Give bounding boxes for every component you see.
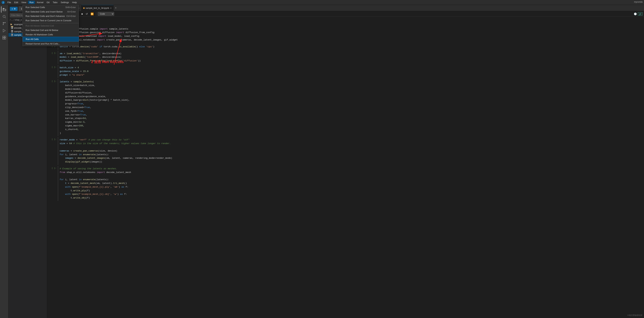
fast-forward-btn[interactable]: ⏩ <box>90 12 95 16</box>
menu-help[interactable]: Help <box>71 1 78 4</box>
extensions-icon[interactable] <box>1 34 8 41</box>
search-icon[interactable] <box>1 13 8 20</box>
cell-7: [ ]: # Example of saving the latents as … <box>47 166 644 201</box>
cell-type-select[interactable]: Code Markdown Raw <box>98 12 114 16</box>
svg-rect-8 <box>2 36 4 38</box>
debug-icon[interactable] <box>1 28 8 34</box>
run-dont-advance-shortcut: Ctrl+Enter <box>66 15 76 18</box>
menu-run-in-console[interactable]: Run Selected Text or Current Line in Con… <box>23 18 79 23</box>
menu-run-all-cells[interactable]: Run All Cells <box>23 37 79 42</box>
run-cell-below-label: Run Selected Cell and All Below <box>26 29 58 32</box>
cell-6-gutter: [ ]: <box>47 137 58 165</box>
cell-6-content[interactable]: render_mode = 'nerf' # you can change th… <box>58 137 644 165</box>
notebook-toolbar: 💾 + ✂ ⧉ ⬓ ▶ ■ ↺ ⏩ Code Markdown Raw 🕐 gi… <box>47 11 644 17</box>
cell-7-id: [ ]: <box>52 167 56 169</box>
cell-7-content[interactable]: # Example of saving the latents as meshe… <box>58 166 644 201</box>
run-dropdown-menu: Run Selected Cells Shift+Enter Run Selec… <box>22 5 79 46</box>
cells-container[interactable]: [1]: import torch from shap_e.diffusion.… <box>47 17 644 318</box>
menu-run-above: Run All Above Selected Cell <box>23 24 79 28</box>
menu-file[interactable]: File <box>6 1 12 4</box>
menu-separator-1 <box>23 23 79 23</box>
svg-point-14 <box>21 9 22 10</box>
cell-7-gutter: [ ]: <box>47 166 58 201</box>
svg-text:J: J <box>3 2 4 4</box>
menu-edit[interactable]: Edit <box>13 1 20 4</box>
git-badge[interactable]: git <box>638 12 642 16</box>
menu-run-insert-below[interactable]: Run Selected Cells and Insert Below Alt+… <box>23 10 79 14</box>
cell-5: [ ]: latents = sample_latents( batch_siz… <box>47 79 644 136</box>
activity-bar <box>0 5 8 318</box>
menu-view[interactable]: View <box>20 1 28 4</box>
cell-6-id: [ ]: <box>52 138 56 140</box>
notebook-icon: 📓 <box>10 26 13 29</box>
tab-notebook[interactable]: sample_text_to_3d.ipynb × <box>82 5 114 11</box>
watermark: ※桂主营金技社区 <box>627 314 642 316</box>
cell-5-code: latents = sample_latents( batch_size=bat… <box>58 79 644 136</box>
notebook-area: 1 点击 Run 2 点击 Run All Cells root@w2rLIG:… <box>47 5 644 318</box>
cell-1: [1]: import torch from shap_e.diffusion.… <box>47 18 644 43</box>
menu-run-cell-and-below[interactable]: Run Selected Cell and All Below <box>23 28 79 32</box>
svg-rect-9 <box>4 36 6 38</box>
new-button[interactable]: + <box>10 7 18 11</box>
cell-3: [ ]: xm = load_model('transmitter', devi… <box>47 50 644 64</box>
menu-tabs[interactable]: Tabs <box>51 1 59 4</box>
run-insert-shortcut: Alt+Enter <box>67 10 76 13</box>
svg-point-13 <box>21 8 22 9</box>
time-icon: 🕐 <box>634 12 637 15</box>
folder-icon: ▶ 📁 <box>10 23 13 26</box>
explorer-icon[interactable] <box>1 6 8 13</box>
menu-run[interactable]: Run <box>28 1 35 4</box>
menu-run-selected[interactable]: Run Selected Cells Shift+Enter <box>23 5 79 10</box>
svg-rect-10 <box>2 38 4 39</box>
menu-kernel[interactable]: Kernel <box>35 1 45 4</box>
menu-git[interactable]: Git <box>45 1 51 4</box>
notebook-icon: 📓 <box>10 30 13 33</box>
cell-2: [ ]: device = torch.device('cuda' if tor… <box>47 44 644 50</box>
run-in-console-label: Run Selected Text or Current Line in Con… <box>26 19 72 22</box>
svg-point-5 <box>5 22 6 23</box>
cell-1-content[interactable]: import torch from shap_e.diffusion.sampl… <box>58 18 644 43</box>
notebook-tab-label: sample_text_to_3d.ipynb <box>86 7 109 9</box>
stop-btn[interactable]: ■ <box>80 12 84 16</box>
menu-render-markdown[interactable]: Render All Markdown Cells <box>23 32 79 37</box>
tab-bar: root@w2rLIG: /home/shap-e sample_text_to… <box>47 5 644 11</box>
svg-point-12 <box>21 8 22 8</box>
sidebar: + / … / shap_e ▶ 📁 example_data 📓 encode… <box>8 5 47 318</box>
myconda-badge: myconda <box>634 1 642 3</box>
cell-3-gutter: [ ]: <box>47 50 58 64</box>
menu-bar: J File Edit View Run Kernel Git Tabs Set… <box>0 0 644 5</box>
cell-4-content[interactable]: batch_size = 4 guidance_scale = 15.0 pro… <box>58 64 644 78</box>
main-layout: + / … / shap_e ▶ 📁 example_data 📓 encode… <box>0 5 644 318</box>
app-logo: J <box>2 1 5 4</box>
tab-close-btn[interactable]: × <box>110 7 112 10</box>
svg-line-3 <box>5 17 6 18</box>
svg-point-6 <box>3 24 4 25</box>
menu-run-dont-advance[interactable]: Run Selected Cells and Don't Advance Ctr… <box>23 14 79 18</box>
notebook-icon: 📓 <box>10 34 13 36</box>
cell-3-content[interactable]: xm = load_model('transmitter', device=de… <box>58 50 644 64</box>
cell-5-id: [ ]: <box>52 80 56 82</box>
git-icon[interactable] <box>1 20 8 27</box>
svg-marker-7 <box>3 29 5 32</box>
cell-2-content[interactable]: device = torch.device('cuda' if torch.cu… <box>58 44 644 50</box>
menu-restart-run-all[interactable]: Restart Kernel and Run All Cells... <box>23 42 79 46</box>
menu-settings[interactable]: Settings <box>59 1 70 4</box>
add-tab-btn[interactable]: + <box>114 6 118 10</box>
cell-7-code: # Example of saving the latents as meshe… <box>58 166 644 200</box>
svg-rect-11 <box>4 38 6 39</box>
run-above-label: Run All Above Selected Cell <box>26 24 54 27</box>
cell-4-code: batch_size = 4 guidance_scale = 15.0 pro… <box>58 65 644 78</box>
cell-4-id: [ ]: <box>52 66 56 68</box>
tab-modified-indicator <box>83 8 85 9</box>
myconda-label: myconda <box>634 1 642 3</box>
run-selected-label: Run Selected Cells <box>26 6 45 8</box>
toolbar-right: 🕐 git <box>634 12 642 16</box>
run-insert-label: Run Selected Cells and Insert Below <box>26 10 63 13</box>
toolbar-sep2 <box>96 12 96 16</box>
cell-4: [ ]: batch_size = 4 guidance_scale = 15.… <box>47 64 644 78</box>
cell-6: [ ]: render_mode = 'nerf' # you can chan… <box>47 137 644 165</box>
restart-btn[interactable]: ↺ <box>85 12 89 16</box>
cell-4-gutter: [ ]: <box>47 64 58 78</box>
restart-run-all-label: Restart Kernel and Run All Cells... <box>26 42 60 45</box>
cell-5-content[interactable]: latents = sample_latents( batch_size=bat… <box>58 79 644 136</box>
